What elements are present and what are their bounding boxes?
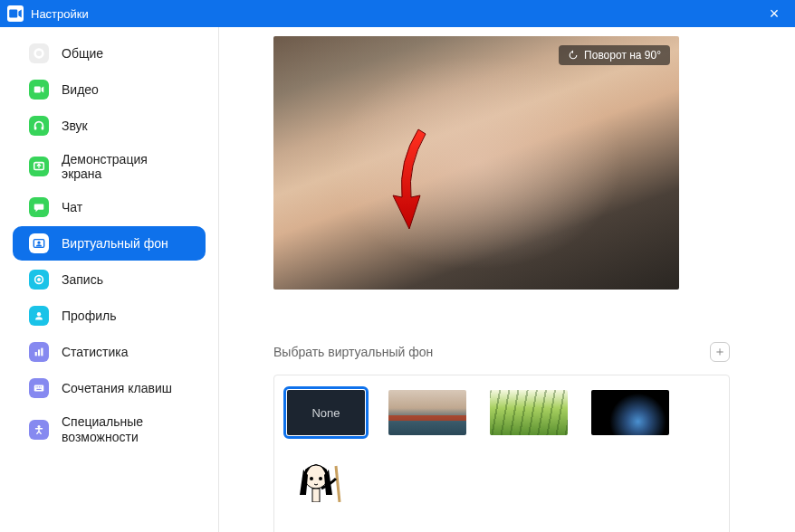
none-label: None: [311, 406, 340, 420]
headphones-icon: [29, 116, 49, 136]
record-icon: [29, 270, 49, 290]
gear-icon: [29, 43, 49, 63]
svg-rect-12: [35, 352, 37, 356]
accessibility-icon: [29, 420, 49, 440]
rotate-icon: [568, 50, 579, 61]
svg-rect-5: [42, 127, 44, 130]
background-none[interactable]: None: [287, 390, 365, 435]
app-icon: [7, 5, 24, 22]
sidebar-item-audio[interactable]: Звук: [13, 109, 206, 143]
background-earth[interactable]: [591, 390, 669, 435]
svg-rect-3: [34, 87, 41, 93]
titlebar: Настройки ×: [0, 0, 795, 27]
svg-rect-16: [36, 386, 37, 387]
sidebar-item-label: Запись: [62, 272, 103, 287]
sidebar-item-keyboard-shortcuts[interactable]: Сочетания клавиш: [13, 371, 206, 405]
sidebar-item-recording[interactable]: Запись: [13, 262, 206, 297]
avatar-image: [287, 457, 365, 502]
sidebar-item-label: Демонстрация экрана: [62, 152, 189, 181]
keyboard-icon: [29, 378, 49, 398]
svg-rect-25: [312, 489, 320, 502]
profile-icon: [29, 306, 49, 326]
background-avatar[interactable]: [287, 457, 365, 502]
add-background-button[interactable]: ＋: [710, 342, 730, 362]
section-title: Выбрать виртуальный фон: [273, 345, 433, 359]
sidebar: Общие Видео Звук Демонстрация экрана Чат: [0, 27, 219, 532]
sidebar-item-label: Сочетания клавиш: [62, 381, 172, 395]
background-bridge[interactable]: [388, 390, 466, 435]
sidebar-item-label: Статистика: [62, 345, 129, 359]
stats-icon: [29, 342, 49, 362]
video-icon: [29, 80, 49, 100]
close-icon[interactable]: ×: [761, 5, 788, 22]
video-preview: Поворот на 90°: [273, 36, 679, 290]
window-title: Настройки: [31, 7, 89, 21]
svg-point-2: [37, 52, 41, 55]
sidebar-item-profile[interactable]: Профиль: [13, 299, 206, 333]
sidebar-item-label: Специальные возможности: [62, 414, 189, 445]
sidebar-item-virtual-background[interactable]: Виртуальный фон: [13, 226, 206, 261]
svg-point-21: [37, 425, 40, 428]
sidebar-item-statistics[interactable]: Статистика: [13, 335, 206, 369]
background-icon: [29, 233, 49, 253]
svg-point-8: [37, 242, 40, 244]
svg-point-23: [310, 477, 313, 480]
svg-rect-18: [39, 386, 40, 387]
rotate-label: Поворот на 90°: [584, 49, 661, 62]
chat-icon: [29, 197, 49, 217]
svg-rect-14: [41, 348, 43, 356]
sidebar-item-share-screen[interactable]: Демонстрация экрана: [13, 145, 206, 188]
share-screen-icon: [29, 157, 49, 176]
sidebar-item-label: Звук: [62, 119, 88, 133]
sidebar-item-label: Виртуальный фон: [62, 236, 168, 251]
svg-point-10: [37, 278, 41, 281]
backgrounds-list: None: [273, 375, 730, 532]
svg-rect-19: [41, 386, 42, 387]
sidebar-item-video[interactable]: Видео: [13, 72, 206, 107]
svg-rect-4: [34, 127, 37, 130]
section-header: Выбрать виртуальный фон ＋: [273, 342, 730, 362]
sidebar-item-label: Профиль: [62, 309, 116, 323]
sidebar-item-label: Видео: [62, 82, 99, 97]
sidebar-item-chat[interactable]: Чат: [13, 190, 206, 224]
sidebar-item-label: Чат: [62, 200, 82, 214]
svg-rect-17: [37, 386, 38, 387]
main-panel: Поворот на 90° Выбрать виртуальный фон ＋…: [219, 27, 795, 532]
rotate-button[interactable]: Поворот на 90°: [559, 45, 670, 65]
sidebar-item-accessibility[interactable]: Специальные возможности: [13, 407, 206, 452]
svg-point-11: [37, 312, 41, 316]
svg-rect-20: [36, 389, 41, 390]
plus-icon: ＋: [714, 344, 726, 360]
svg-point-24: [319, 477, 322, 480]
background-grass[interactable]: [490, 390, 568, 435]
sidebar-item-label: Общие: [62, 46, 103, 61]
svg-rect-0: [9, 10, 17, 18]
svg-line-26: [336, 466, 340, 502]
svg-rect-15: [34, 385, 44, 392]
sidebar-item-general[interactable]: Общие: [13, 36, 206, 71]
svg-rect-13: [38, 349, 40, 356]
